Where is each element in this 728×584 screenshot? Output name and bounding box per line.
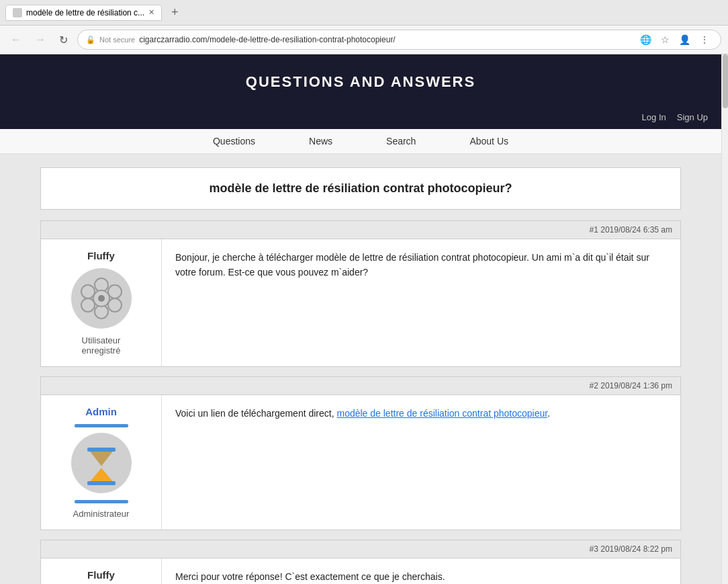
forward-button[interactable]: → [31,32,50,47]
login-link[interactable]: Log In [642,112,666,122]
post-body-1: Fluffy [41,239,680,366]
site-nav: Questions News Search About Us [0,129,721,154]
post-user-2: Admin [41,395,162,530]
post-header-1: #1 2019/08/24 6:35 am [41,221,680,239]
site-title: QUESTIONS AND ANSWERS [246,73,475,90]
browser-nav-bar: ← → ↻ 🔓 Not secure cigarczarradio.com/mo… [0,26,728,54]
svg-point-5 [81,285,95,298]
post-body-2: Admin [41,395,680,530]
back-button[interactable]: ← [7,32,26,47]
menu-button[interactable]: ⋮ [696,33,713,46]
scrollbar-track[interactable] [721,54,728,584]
svg-point-1 [108,285,122,298]
nav-news[interactable]: News [309,136,332,147]
site-header: QUESTIONS AND ANSWERS [0,54,721,110]
post-user-1: Fluffy [41,239,162,366]
post-body-3: Fluffy [41,558,680,584]
browser-tab[interactable]: modèle de lettre de résiliation c... ✕ [5,5,162,21]
post-username-3: Fluffy [52,569,150,581]
download-link[interactable]: modèle de lettre de résiliation contrat … [336,408,547,419]
post-role-2: Administrateur [52,509,150,519]
scrollbar-thumb[interactable] [723,54,728,108]
post-number-3: #3 [590,544,598,554]
post-username-2: Admin [52,406,150,417]
translate-button[interactable]: 🌐 [637,33,655,46]
post-content-1: Bonjour, je cherche à télécharger modèle… [162,239,680,366]
post-username-1: Fluffy [52,250,150,261]
account-button[interactable]: 👤 [676,33,694,46]
post-content-2: Voici un lien de téléchargement direct, … [162,395,680,530]
post-box-3: #3 2019/08/24 8:22 pm Fluffy [40,540,681,584]
post-date-2: 2019/08/24 1:36 pm [600,381,672,390]
header-actions: Log In Sign Up [0,110,721,129]
address-bar[interactable]: 🔓 Not secure cigarczarradio.com/modele-d… [77,30,721,50]
post-role-1: Utilisateurenregistré [52,335,150,356]
post-content-3: Merci pour votre réponse! C`est exacteme… [162,558,680,584]
tab-title: modèle de lettre de résiliation c... [26,8,144,17]
post-header-3: #3 2019/08/24 8:22 pm [41,540,680,558]
post-text-2-before: Voici un lien de téléchargement direct, [175,408,336,419]
signup-link[interactable]: Sign Up [677,112,708,122]
bookmark-button[interactable]: ☆ [657,33,673,46]
post-number-2: #2 [590,381,598,390]
admin-bar-bottom [75,500,128,503]
post-text-2-after: . [547,408,550,419]
lock-icon: 🔓 [86,36,95,44]
browser-chrome: modèle de lettre de résiliation c... ✕ +… [0,0,728,54]
browser-content: QUESTIONS AND ANSWERS Log In Sign Up Que… [0,54,728,584]
svg-marker-9 [90,468,113,481]
svg-rect-11 [87,481,116,485]
tab-favicon [13,8,22,17]
nav-questions[interactable]: Questions [213,136,255,147]
admin-bar [75,424,128,427]
address-actions: 🌐 ☆ 👤 ⋮ [637,33,713,46]
browser-title-bar: modèle de lettre de résiliation c... ✕ + [0,0,728,26]
question-title-box: modèle de lettre de résiliation contrat … [40,167,681,210]
post-number-1: #1 [590,225,598,235]
post-avatar-2 [71,433,132,493]
post-header-2: #2 2019/08/24 1:36 pm [41,377,680,395]
post-user-3: Fluffy [41,558,162,584]
question-title: modèle de lettre de résiliation contrat … [209,181,512,195]
hourglass-icon [78,440,125,487]
svg-rect-10 [87,448,116,452]
svg-point-2 [108,298,122,312]
post-date-3: 2019/08/24 8:22 pm [600,544,672,554]
svg-point-4 [81,298,95,312]
tab-close-button[interactable]: ✕ [148,8,154,17]
content-area: modèle de lettre de résiliation contrat … [0,154,721,584]
flower-icon [78,275,125,322]
post-box-1: #1 2019/08/24 6:35 am Fluffy [40,220,681,367]
svg-point-7 [98,295,105,302]
new-tab-button[interactable]: + [167,4,183,21]
post-box-2: #2 2019/08/24 1:36 pm Admin [40,376,681,530]
post-date-1: 2019/08/24 6:35 am [600,225,672,235]
nav-about-us[interactable]: About Us [469,136,508,147]
post-avatar-1 [71,268,132,329]
post-text-1: Bonjour, je cherche à télécharger modèle… [175,252,649,278]
nav-search[interactable]: Search [386,136,416,147]
url-text: cigarczarradio.com/modele-de-lettre-de-r… [139,35,633,44]
not-secure-label: Not secure [99,36,135,44]
refresh-button[interactable]: ↻ [55,32,72,48]
post-text-3: Merci pour votre réponse! C`est exacteme… [175,571,445,582]
